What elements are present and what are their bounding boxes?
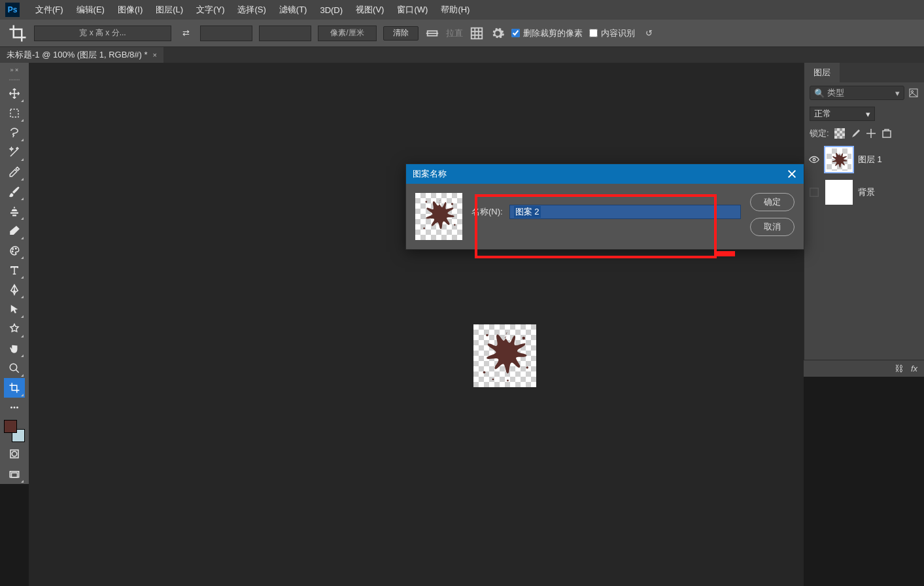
svg-rect-31 [810, 188, 819, 197]
clone-stamp-tool[interactable] [4, 201, 25, 221]
hand-tool[interactable] [4, 339, 25, 358]
menu-view[interactable]: 视图(V) [349, 4, 390, 16]
menu-file[interactable]: 文件(F) [29, 4, 70, 16]
overlay-grid-icon[interactable] [470, 26, 484, 41]
resolution-unit-select[interactable]: 像素/厘米 [318, 26, 377, 41]
delete-cropped-checkbox[interactable]: 删除裁剪的像素 [511, 27, 583, 39]
ok-button[interactable]: 确定 [750, 193, 795, 211]
svg-point-30 [813, 158, 815, 161]
blend-mode-select[interactable]: 正常 ▾ [810, 107, 875, 121]
svg-point-8 [10, 364, 17, 371]
eyedropper-tool[interactable] [4, 162, 25, 182]
crop-height-field[interactable] [259, 26, 311, 41]
pattern-name-input[interactable]: 图案 2 [509, 205, 741, 219]
crop-ratio-field[interactable]: 宽 x 高 x 分... [34, 26, 171, 41]
zoom-tool[interactable] [4, 358, 25, 378]
filter-placeholder: 类型 [827, 87, 844, 99]
svg-point-4 [12, 249, 14, 250]
filter-image-icon[interactable] [908, 88, 919, 98]
straighten-label: 拉直 [446, 27, 463, 39]
splat-graphic [475, 326, 534, 385]
svg-rect-29 [883, 131, 891, 137]
svg-point-11 [16, 407, 18, 409]
delete-cropped-input[interactable] [511, 29, 520, 37]
menu-image[interactable]: 图像(I) [111, 4, 149, 16]
visibility-eye-icon[interactable] [808, 154, 820, 165]
marquee-tool[interactable] [4, 103, 25, 123]
dialog-close-icon[interactable] [787, 169, 797, 179]
menu-select[interactable]: 选择(S) [231, 4, 272, 16]
reset-icon[interactable]: ↺ [642, 26, 656, 41]
layer-row[interactable]: 背景 [808, 178, 920, 207]
pattern-name-dialog: 图案名称 名称(N): 图案 2 确定 取消 [405, 164, 804, 250]
menu-layer[interactable]: 图层(L) [149, 4, 190, 16]
lock-pixels-icon[interactable] [850, 128, 861, 139]
crop-tool[interactable] [4, 378, 25, 398]
svg-point-20 [507, 379, 509, 381]
quick-mask-icon[interactable] [4, 445, 25, 463]
menu-type[interactable]: 文字(Y) [190, 4, 231, 16]
fx-icon[interactable]: fx [911, 364, 917, 373]
chevron-down-icon: ▾ [866, 109, 870, 119]
layers-tab[interactable]: 图层 [804, 63, 840, 82]
menu-3d[interactable]: 3D(D) [313, 5, 349, 15]
lasso-tool[interactable] [4, 123, 25, 143]
content-aware-input[interactable] [589, 29, 598, 37]
visibility-eye-icon[interactable] [808, 186, 820, 198]
edit-toolbar-icon[interactable] [4, 398, 25, 417]
panel-tab-row: 图层 [804, 63, 924, 82]
document-tab-title: 未标题-1 @ 100% (图层 1, RGB/8#) * [7, 49, 147, 61]
document-tab[interactable]: 未标题-1 @ 100% (图层 1, RGB/8#) * × [0, 47, 163, 63]
canvas-area[interactable] [29, 63, 804, 586]
lock-transparency-icon[interactable] [834, 128, 845, 139]
svg-rect-15 [12, 473, 18, 477]
path-select-tool[interactable] [4, 300, 25, 319]
color-swatches[interactable] [4, 420, 25, 442]
swap-dimensions-icon[interactable]: ⇄ [178, 26, 194, 41]
menu-help[interactable]: 帮助(H) [434, 4, 476, 16]
svg-point-33 [451, 203, 453, 205]
layer-thumbnail[interactable] [825, 180, 853, 205]
lock-artboard-icon[interactable] [881, 128, 892, 139]
layer-thumbnail[interactable] [825, 147, 853, 172]
content-aware-checkbox[interactable]: 内容识别 [589, 27, 635, 39]
layer-filter-input[interactable]: 🔍 类型 ▾ [810, 86, 904, 100]
svg-point-13 [12, 451, 17, 457]
dotted-row-icon [4, 76, 25, 84]
close-tab-icon[interactable]: × [152, 51, 156, 59]
type-tool[interactable] [4, 260, 25, 280]
straighten-icon[interactable] [425, 26, 439, 41]
svg-point-34 [454, 224, 456, 226]
cancel-button[interactable]: 取消 [750, 218, 795, 236]
layer-name[interactable]: 图层 1 [858, 154, 882, 165]
lock-position-icon[interactable] [866, 128, 876, 139]
svg-rect-24 [834, 128, 845, 139]
search-icon: 🔍 [814, 88, 825, 98]
link-layers-icon[interactable]: ⛓ [895, 364, 903, 373]
eraser-tool[interactable] [4, 221, 25, 241]
blend-mode-value: 正常 [814, 108, 831, 120]
brush-tool[interactable] [4, 182, 25, 201]
layer-row[interactable]: 图层 1 [808, 145, 920, 174]
layer-list: 图层 1 背景 [804, 143, 924, 213]
settings-gear-icon[interactable] [490, 26, 505, 41]
menu-window[interactable]: 窗口(W) [390, 4, 434, 16]
screen-mode-icon[interactable] [4, 466, 25, 484]
canvas-document[interactable] [473, 324, 536, 387]
shape-tool[interactable] [4, 319, 25, 339]
crop-tool-icon[interactable] [8, 24, 27, 43]
menu-edit[interactable]: 编辑(E) [70, 4, 111, 16]
clear-button[interactable]: 清除 [383, 26, 419, 41]
svg-point-19 [483, 371, 486, 373]
dialog-titlebar[interactable]: 图案名称 [406, 164, 804, 184]
gradient-tool[interactable] [4, 241, 25, 260]
crop-width-field[interactable] [200, 26, 252, 41]
splat-icon [418, 196, 460, 237]
magic-wand-tool[interactable] [4, 143, 25, 162]
foreground-color-swatch[interactable] [4, 420, 17, 433]
menu-filter[interactable]: 滤镜(T) [273, 4, 314, 16]
collapse-toolbar-icon[interactable]: » × [10, 67, 19, 73]
layer-name[interactable]: 背景 [858, 186, 875, 198]
move-tool[interactable] [4, 84, 25, 103]
pen-tool[interactable] [4, 280, 25, 300]
